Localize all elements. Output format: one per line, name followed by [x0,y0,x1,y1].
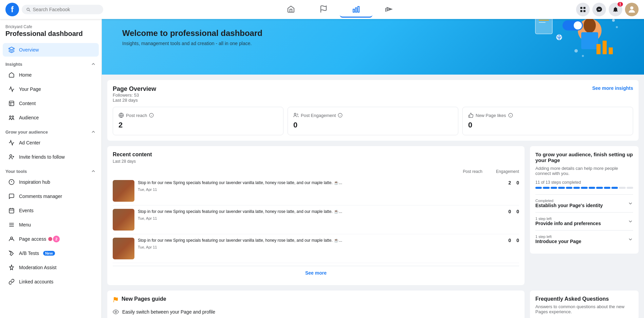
sidebar-item-linked-accounts[interactable]: Linked accounts [3,275,99,289]
chevron-up-grow-icon [91,129,96,135]
step-identity-badge: Completed [535,199,603,203]
sidebar-item-comments-manager[interactable]: Comments manager [3,190,99,203]
svg-point-58 [115,311,117,313]
content-item-2: Stop in for our new Spring specials feat… [113,205,519,234]
sidebar-item-page-access[interactable]: Page access 2 [3,232,99,246]
activity-icon [8,86,15,93]
recent-content-title: Recent content [113,152,519,158]
post-engagement-header: Post Engagement [293,113,453,118]
home-label: Home [19,72,32,78]
sidebar-item-overview[interactable]: Overview [3,43,99,57]
menu-icon [8,221,15,228]
faq-col: Frequently Asked Questions Answers to co… [530,291,639,318]
svg-point-15 [10,155,12,157]
sidebar-item-ab-tests[interactable]: A/B Tests New [3,246,99,260]
nav-home-btn[interactable] [275,1,307,18]
new-page-likes-card: New Page likes 0 [462,107,633,135]
sidebar-item-audience[interactable]: Audience [3,111,99,124]
bell-icon [612,6,619,13]
bottom-two-col: New Pages guide Easily switch between yo… [107,291,639,318]
home-sidebar-icon [8,72,15,78]
sidebar-item-inspiration-hub[interactable]: Inspiration hub [3,175,99,189]
page-access-label: Page access [19,236,46,242]
content-thumb-1 [113,180,134,202]
followers-count: Followers: 53 [113,93,156,98]
chevron-up-icon [91,61,96,67]
ad-center-label: Ad Center [19,140,40,145]
setup-step-introduce[interactable]: 1 step left Introduce your Page [535,230,633,248]
sidebar-item-moderation-assist[interactable]: Moderation Assist [3,261,99,274]
svg-rect-2 [355,8,357,12]
nav-megaphone-btn[interactable] [372,1,405,18]
apps-btn[interactable] [576,3,590,16]
page-access-row: Page access 2 [19,236,60,242]
post-reach-card: Post reach 2 [113,107,283,135]
svg-point-41 [612,19,615,22]
post-reach-value: 2 [118,121,278,130]
progress-segment-6 [581,187,587,189]
info-icon-reach [149,113,154,118]
faq-desc: Answers to common questions about the ne… [535,304,633,314]
chevron-down-icon-1 [628,201,633,206]
grow-desc: Adding more details can help more people… [535,166,633,176]
nav-chart-btn[interactable] [340,1,372,18]
overview-label: Overview [19,47,39,53]
tools-section-header[interactable]: Your tools [0,164,102,175]
svg-point-13 [12,116,14,118]
page-overview-header: Page Overview Followers: 53 Last 28 days… [113,85,633,103]
see-more-insights-link[interactable]: See more insights [592,85,633,91]
content-reach-3: 0 [508,238,511,243]
info-icon-likes [508,113,513,118]
setup-step-info[interactable]: 1 step left Provide info and preferences [535,212,633,230]
facebook-logo[interactable]: f [5,3,19,16]
sidebar-item-events[interactable]: Events [3,204,99,217]
svg-rect-31 [539,22,546,23]
hero-svg [529,14,624,61]
sidebar-item-ad-center[interactable]: Ad Center [3,136,99,150]
notifications-btn[interactable]: 1 [609,3,622,16]
faq-card: Frequently Asked Questions Answers to co… [530,291,639,318]
moderation-icon [8,264,15,271]
page-overview-section: Page Overview Followers: 53 Last 28 days… [107,80,639,141]
grow-title: To grow your audience, finish setting up… [535,152,633,163]
sidebar-item-content[interactable]: Content [3,97,99,110]
step-introduce-badge: 1 step left [535,235,581,239]
nav-left: f [5,3,103,16]
page-access-badge: 2 [53,236,60,242]
post-reach-label: Post reach [126,113,147,118]
hero-illustration [529,14,624,61]
search-input[interactable] [33,7,99,12]
audience-icon [8,114,15,121]
nav-flag-btn[interactable] [307,1,340,18]
chevron-up-tools-icon [91,168,96,174]
search-box[interactable] [22,5,103,14]
setup-step-identity[interactable]: Completed Establish your Page's identity [535,194,633,212]
progress-segment-9 [604,187,610,189]
insights-section-header[interactable]: Insights [0,57,102,68]
sidebar-item-menu[interactable]: Menu [3,218,99,232]
sidebar-item-your-page[interactable]: Your Page [3,82,99,96]
step-info-title: Provide info and preferences [535,221,601,226]
svg-rect-38 [603,41,607,54]
sidebar-item-home[interactable]: Home [3,68,99,82]
progress-segment-0 [535,187,542,189]
main-content: Welcome to professional dashboard Insigh… [102,0,644,318]
content-icon [8,100,15,107]
sidebar-item-invite-friends[interactable]: Invite friends to follow [3,150,99,164]
progress-bar [535,187,633,189]
hero-subtitle: Insights, management tools and ad creati… [122,41,262,46]
messenger-btn[interactable] [592,3,606,16]
hero-title: Welcome to professional dashboard [122,28,262,38]
comments-icon [8,193,15,200]
profile-avatar[interactable] [625,3,639,16]
nav-right: 1 [576,3,639,16]
svg-point-36 [574,21,582,29]
progress-segment-4 [566,187,572,189]
see-more-btn[interactable]: See more [113,266,519,280]
guide-item-1-text: Easily switch between your Page and prof… [122,309,215,315]
grow-section-header[interactable]: Grow your audience [0,125,102,136]
progress-segment-7 [589,187,595,189]
ab-tests-label: A/B Tests [19,251,39,256]
svg-point-14 [10,116,11,118]
svg-marker-9 [9,47,15,50]
